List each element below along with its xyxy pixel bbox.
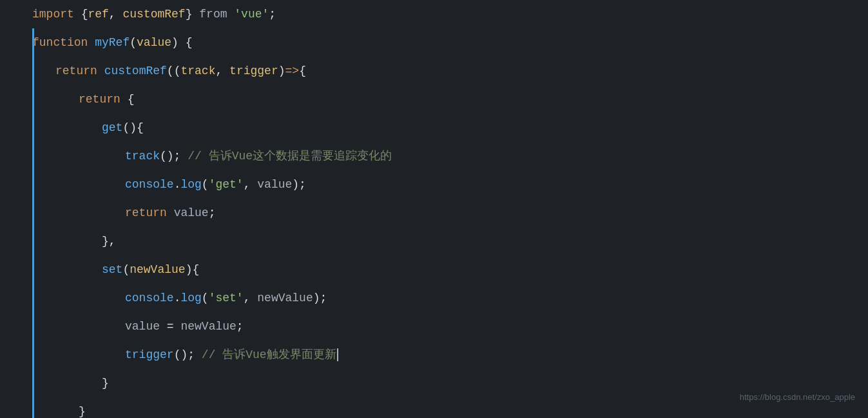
code-token: function	[32, 28, 95, 57]
code-token: )	[278, 57, 285, 85]
code-line: import {ref, customRef} from 'vue';	[32, 0, 868, 28]
code-token: (	[130, 28, 137, 57]
code-token: newValue	[180, 312, 236, 341]
code-line: value = newValue;	[32, 312, 868, 341]
line-indicator	[32, 255, 34, 284]
code-token: ;	[236, 312, 244, 341]
line-indicator	[32, 312, 34, 341]
code-token: {	[81, 0, 88, 28]
code-line: function myRef(value) {	[32, 28, 868, 57]
code-token: value	[137, 28, 171, 57]
code-token: }	[79, 397, 86, 418]
code-line: console.log('set', newValue);	[32, 284, 868, 312]
line-indicator	[32, 199, 34, 227]
code-token: ();	[160, 142, 188, 170]
code-token: return	[125, 199, 174, 227]
code-token: ();	[174, 341, 202, 369]
code-token: set	[102, 255, 122, 284]
code-token: (){	[122, 114, 143, 142]
code-token: myRef	[95, 28, 130, 57]
code-line: return customRef((track, trigger)=>{	[32, 57, 868, 85]
code-token: log	[180, 284, 201, 312]
line-indicator	[32, 397, 34, 418]
line-indicator	[32, 369, 34, 397]
code-token: newValue	[130, 255, 185, 284]
code-token: console	[125, 170, 174, 199]
code-token: customRef	[104, 57, 167, 85]
code-token: ,	[244, 284, 258, 312]
code-token: console	[125, 284, 174, 312]
code-token: // 告诉Vue这个数据是需要追踪变化的	[188, 142, 392, 170]
code-token: return	[55, 57, 104, 85]
line-indicator	[32, 57, 34, 85]
code-line: track(); // 告诉Vue这个数据是需要追踪变化的	[32, 142, 868, 170]
code-token: ,	[244, 170, 258, 199]
code-token: 'vue'	[234, 0, 269, 28]
code-line: get(){	[32, 114, 868, 142]
code-token: from	[199, 0, 234, 28]
code-token: ;	[269, 0, 276, 28]
code-token: (	[202, 170, 209, 199]
line-indicator	[32, 341, 34, 369]
code-token: {	[299, 57, 306, 85]
code-editor: import {ref, customRef} from 'vue';funct…	[0, 0, 868, 418]
code-token: }	[102, 369, 109, 397]
code-token: 'set'	[209, 284, 244, 312]
line-indicator	[32, 28, 34, 57]
code-token: (	[122, 255, 130, 284]
code-token: ){	[186, 255, 200, 284]
code-token: ref	[88, 0, 108, 28]
code-token: return	[79, 85, 128, 114]
code-token: value	[257, 170, 292, 199]
code-token: ,	[215, 57, 229, 85]
code-token: track	[125, 142, 160, 170]
code-token: ,	[109, 0, 123, 28]
code-token: // 告诉Vue触发界面更新	[202, 341, 336, 369]
code-token: 'get'	[209, 170, 244, 199]
code-token: },	[102, 227, 116, 255]
code-token: }	[186, 0, 200, 28]
code-line: },	[32, 227, 868, 255]
code-token: .	[174, 170, 181, 199]
code-token: =	[167, 312, 181, 341]
code-line: return {	[32, 85, 868, 114]
code-token: ((	[167, 57, 181, 85]
code-token: );	[313, 284, 327, 312]
text-cursor	[337, 348, 338, 361]
code-line: set(newValue){	[32, 255, 868, 284]
code-token: .	[174, 284, 181, 312]
code-token: );	[292, 170, 306, 199]
code-token: ) {	[171, 28, 192, 57]
code-token: {	[128, 85, 135, 114]
code-token: newValue	[257, 284, 313, 312]
line-indicator	[32, 284, 34, 312]
code-line: console.log('get', value);	[32, 170, 868, 199]
code-token: track	[180, 57, 215, 85]
code-token: customRef	[122, 0, 185, 28]
code-token: log	[180, 170, 201, 199]
code-line: return value;	[32, 199, 868, 227]
code-token: get	[102, 114, 122, 142]
code-token: trigger	[125, 341, 174, 369]
code-token: value	[174, 199, 209, 227]
line-indicator	[32, 142, 34, 170]
code-token: import	[32, 0, 81, 28]
code-token: =>	[285, 57, 300, 85]
code-token: (	[202, 284, 209, 312]
code-line: trigger(); // 告诉Vue触发界面更新	[32, 341, 868, 369]
line-indicator	[32, 85, 34, 114]
line-indicator	[32, 227, 34, 255]
watermark: https://blog.csdn.net/zxo_apple	[740, 383, 855, 412]
line-indicator	[32, 170, 34, 199]
code-token: trigger	[229, 57, 278, 85]
code-token: value	[125, 312, 167, 341]
code-token: ;	[209, 199, 216, 227]
line-indicator	[32, 114, 34, 142]
